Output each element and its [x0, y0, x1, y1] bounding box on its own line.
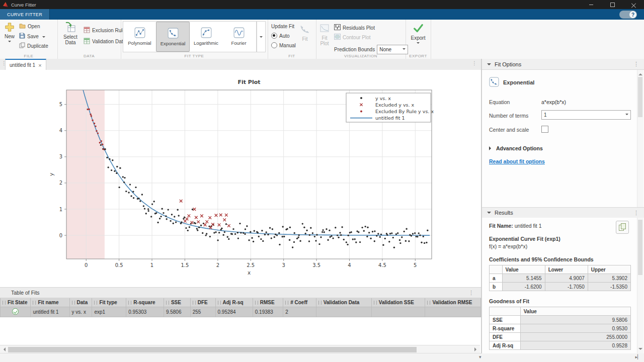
column-header[interactable]: SSE [164, 298, 190, 307]
triangle-left-icon [2, 347, 6, 351]
new-button[interactable]: New [2, 22, 17, 44]
duplicate-button[interactable]: Duplicate [19, 42, 48, 49]
fit-type-exponential[interactable]: Exponential [156, 22, 190, 52]
results-header[interactable]: Results ⋮ [482, 207, 644, 218]
residuals-plot-button[interactable]: Residuals Plot [334, 24, 375, 31]
table-of-fits-body: Fit StateFit nameDataFit typeR-squareSSE… [0, 298, 481, 330]
collapse-table-icon[interactable]: ▾ [479, 354, 481, 359]
logarithmic-icon [201, 27, 212, 39]
question-icon: ? [629, 11, 636, 18]
scroll-right-arrow[interactable] [473, 345, 480, 353]
close-button[interactable] [623, 0, 644, 9]
fit-type-gallery: Polynomial Exponential Logarithmic Fouri… [123, 21, 257, 52]
table-cell[interactable]: y vs. x [69, 307, 92, 317]
export-button[interactable]: Export [410, 23, 427, 45]
table-cell[interactable]: 255 [190, 307, 215, 317]
ribbon-section-visualization: Fit Plot Residuals Plot Contour Plot Pre… [316, 20, 406, 59]
fit-plot-canvas[interactable]: 00.511.522.533.544.55012345Fit Plotxyy v… [0, 70, 481, 287]
column-header[interactable]: Adj R-sq [215, 298, 253, 307]
column-header[interactable]: RMSE [253, 298, 283, 307]
table-cell[interactable]: 9.5806 [164, 307, 190, 317]
minimize-button[interactable] [581, 0, 602, 9]
column-header[interactable]: R-square [126, 298, 164, 307]
select-data-button[interactable]: Select Data [60, 22, 81, 45]
column-header[interactable]: Validation SSE [371, 298, 425, 307]
table-of-fits-panel: Table of Fits ⋮ Fit StateFit nameDataFit… [0, 287, 481, 353]
advanced-options-toggle[interactable]: Advanced Options [489, 145, 543, 151]
scrollbar-thumb[interactable] [8, 347, 417, 352]
exclusion-region [66, 90, 105, 259]
fit-formula: f(x) = a*exp(b*x) [489, 243, 631, 249]
vertical-scrollbar[interactable] [637, 70, 643, 207]
scrollbar-thumb[interactable] [638, 220, 642, 275]
collapse-panel-icon[interactable]: ▸▏ [635, 354, 641, 359]
svg-text:0: 0 [85, 262, 88, 268]
fit-type-indicator: Exponential [489, 77, 534, 88]
table-cell[interactable]: 0.19383 [253, 307, 283, 317]
value-cell: 0.9528 [520, 341, 630, 350]
fit-type-fourier[interactable]: Fourier [222, 22, 255, 51]
scroll-left-arrow[interactable] [0, 345, 7, 353]
manual-radio[interactable]: Manual [271, 42, 296, 48]
table-cell[interactable]: 0.95284 [215, 307, 253, 317]
fit-heading: Exponential Curve Fit (exp1) [489, 236, 631, 242]
vertical-scrollbar[interactable] [637, 218, 643, 353]
fit-options-header[interactable]: Fit Options ⋮ [482, 59, 644, 70]
fit-plot-button[interactable]: Fit Plot [317, 24, 332, 46]
column-header[interactable]: Fit type [92, 298, 126, 307]
scrollbar-thumb[interactable] [638, 77, 642, 117]
number-of-terms-select[interactable]: 1 [541, 110, 631, 120]
auto-radio[interactable]: Auto [271, 33, 290, 39]
table-cell[interactable] [316, 307, 371, 317]
table-row: R-square0.9530 [490, 324, 631, 333]
column-filter-icon [193, 301, 196, 305]
column-header[interactable]: Validation Data [316, 298, 371, 307]
table-cell[interactable]: 0.95303 [126, 307, 164, 317]
fit-type-logarithmic[interactable]: Logarithmic [190, 22, 222, 51]
fit-type-gallery-expand[interactable] [257, 21, 266, 52]
table-cell[interactable]: exp1 [92, 307, 126, 317]
prediction-bounds-row: Prediction Bounds None [334, 45, 408, 54]
document-tab[interactable]: untitled fit 1 × [5, 59, 46, 70]
collapse-section-icon [487, 63, 491, 67]
table-cell[interactable]: untitled fit 1 [31, 307, 69, 317]
contour-plot-button[interactable]: Contour Plot [334, 34, 371, 41]
fit-ok-icon [12, 308, 19, 315]
column-header: Upper [588, 265, 630, 274]
maximize-button[interactable] [602, 0, 623, 9]
panel-menu-icon[interactable]: ⋮ [633, 61, 639, 67]
collapse-section-icon [487, 212, 491, 216]
figure-actions-icon[interactable]: ⋮ [472, 60, 477, 66]
prediction-bounds-select[interactable]: None [377, 45, 408, 54]
ribbon-section-fit-type: Polynomial Exponential Logarithmic Fouri… [121, 20, 268, 59]
column-header[interactable]: DFE [190, 298, 215, 307]
panel-menu-icon[interactable]: ⋮ [633, 210, 639, 216]
scroll-up-arrow[interactable] [638, 71, 642, 75]
read-about-fit-options-link[interactable]: Read about fit options [489, 158, 545, 164]
horizontal-scrollbar[interactable] [0, 345, 480, 353]
scroll-down-arrow[interactable] [638, 348, 642, 352]
table-cell[interactable] [425, 307, 481, 317]
center-and-scale-checkbox[interactable] [541, 126, 548, 133]
table-cell[interactable]: 2 [283, 307, 316, 317]
row-label: R-square [490, 324, 521, 333]
column-header[interactable]: Fit State [1, 298, 31, 307]
column-filter-icon [218, 301, 221, 305]
panel-menu-icon[interactable]: ⋮ [468, 290, 474, 296]
table-row[interactable]: untitled fit 1y vs. xexp10.953039.580625… [1, 307, 481, 317]
open-button[interactable]: Open [19, 23, 40, 30]
column-header[interactable]: Data [69, 298, 92, 307]
value-cell: -1.5350 [588, 283, 630, 291]
fit-button[interactable]: Fit [297, 24, 313, 42]
validation-data-button[interactable]: Validation Data [84, 38, 126, 45]
column-header[interactable]: # Coeff [283, 298, 316, 307]
column-header: Value [502, 265, 545, 274]
save-button[interactable]: Save [19, 33, 45, 40]
table-cell[interactable] [371, 307, 425, 317]
tab-close-icon[interactable]: × [38, 62, 41, 68]
fit-type-polynomial[interactable]: Polynomial [123, 22, 156, 51]
column-header[interactable]: Validation RMSE [425, 298, 481, 307]
column-header[interactable]: Fit name [31, 298, 69, 307]
tab-curve-fitter[interactable]: CURVE FITTER [0, 9, 50, 20]
help-button[interactable]: ? [619, 11, 637, 19]
